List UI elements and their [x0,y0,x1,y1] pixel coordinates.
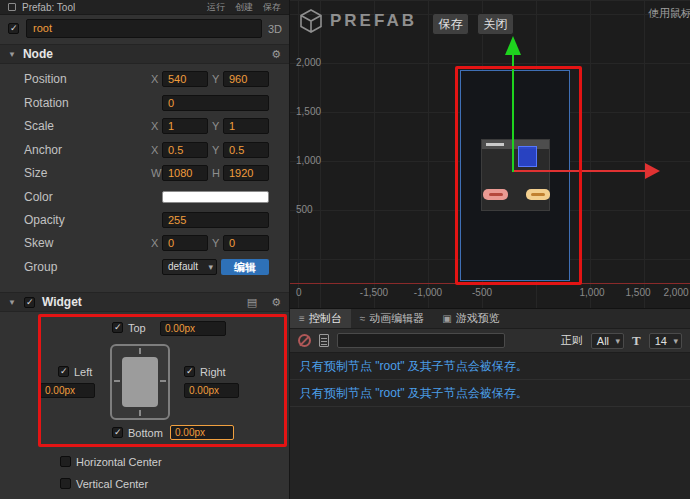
tab-console[interactable]: ≡ 控制台 [290,309,351,328]
widget-top-checkbox[interactable] [112,322,123,333]
console-icon: ≡ [299,313,305,324]
log-filter-select[interactable]: All [591,333,624,349]
x-prefix: X [151,68,158,90]
log-search-input[interactable] [337,333,505,348]
panel-header-menu: 运行 创建 保存 [207,1,281,14]
mouse-hint-text: 使用鼠标 [648,6,690,21]
property-row-skew: Skew X 0 Y 0 [0,232,289,254]
position-label: Position [24,68,67,90]
widget-alignment-diagram[interactable] [110,344,170,420]
collapse-caret-icon[interactable]: ▼ [8,50,16,59]
grid-x-label: -1,500 [360,287,388,298]
prefab-preview-panel [481,139,550,211]
save-button[interactable]: 保存 [432,13,469,35]
x-prefix: X [151,115,158,137]
gear-icon[interactable]: ⚙ [271,48,281,61]
rotation-field[interactable]: 0 [162,95,269,111]
color-label: Color [24,186,53,208]
badge-3d[interactable]: 3D [268,23,282,35]
collapse-caret-icon[interactable]: ▼ [8,298,16,307]
property-row-position: Position X 540 Y 960 [0,68,289,90]
tab-game-preview[interactable]: ▣ 游戏预览 [433,309,508,328]
property-row-opacity: Opacity 255 [0,209,289,231]
console-tab-bar: ≡ 控制台 ≈ 动画编辑器 ▣ 游戏预览 [290,309,690,329]
vertical-center-label: Vertical Center [76,478,148,491]
widget-left-checkbox[interactable] [58,366,69,377]
tab-console-label: 控制台 [309,311,342,326]
gizmo-x-arrowhead-icon[interactable] [645,163,660,179]
tab-preview-label: 游戏预览 [456,311,500,326]
log-entry[interactable]: 只有预制节点 "root" 及其子节点会被保存。 [290,380,690,407]
scene-view[interactable]: 2,000 1,500 1,000 500 0 -1,500 -1,000 -5… [290,0,690,308]
grid-y-label: 1,500 [296,106,321,117]
console-log-list: 只有预制节点 "root" 及其子节点会被保存。 只有预制节点 "root" 及… [290,353,690,499]
preview-button-yellow [526,189,550,200]
close-button[interactable]: 关闭 [477,13,514,35]
skew-label: Skew [24,232,53,254]
header-menu-item-2[interactable]: 创建 [235,1,253,14]
anchor-y-field[interactable]: 0.5 [223,142,269,158]
y-prefix: Y [212,68,219,90]
gizmo-x-axis-arrow[interactable] [514,170,645,172]
group-edit-button[interactable]: 编辑 [221,259,269,275]
property-row-anchor: Anchor X 0.5 Y 0.5 [0,139,289,161]
x-prefix: X [151,232,158,254]
y-prefix: Y [212,115,219,137]
horizontal-center-label: Horizontal Center [76,456,162,469]
preset-icon[interactable]: ▤ [247,296,257,309]
widget-left-field[interactable]: 0.00px [40,383,95,398]
color-swatch[interactable] [162,191,269,203]
gear-icon[interactable]: ⚙ [271,296,281,309]
gizmo-center-handle[interactable] [518,146,537,167]
scale-y-field[interactable]: 1 [223,118,269,134]
opacity-field[interactable]: 255 [162,212,269,228]
font-size-select[interactable]: 14 [649,333,682,349]
position-y-field[interactable]: 960 [223,71,269,87]
scale-x-field[interactable]: 1 [162,118,208,134]
grid-y-label: 2,000 [296,57,321,68]
header-menu-item-3[interactable]: 保存 [263,1,281,14]
widget-bottom-checkbox[interactable] [112,427,123,438]
property-row-scale: Scale X 1 Y 1 [0,115,289,137]
vertical-center-checkbox[interactable] [60,478,71,489]
skew-x-field[interactable]: 0 [162,235,208,251]
gizmo-y-arrowhead-icon[interactable] [505,36,521,55]
widget-section-title: Widget [42,295,82,309]
widget-top-field[interactable]: 0.00px [160,321,226,336]
node-name-input[interactable]: root [26,19,262,38]
node-active-checkbox[interactable] [8,23,19,34]
size-h-field[interactable]: 1920 [223,165,269,181]
property-row-color: Color [0,186,289,208]
group-label: Group [24,256,57,278]
preview-button-pink [483,189,508,200]
inspector-panel: Prefab: Tool 运行 创建 保存 root 3D ▼ Node ⚙ P… [0,0,290,499]
x-prefix: X [151,139,158,161]
widget-bottom-field[interactable]: 0.00px [170,425,234,440]
property-row-group: Group default 编辑 [0,256,289,278]
clear-logs-icon[interactable] [298,334,311,347]
tab-animation-editor[interactable]: ≈ 动画编辑器 [351,309,434,328]
regex-toggle-label[interactable]: 正则 [561,333,583,348]
horizontal-center-checkbox[interactable] [60,456,71,467]
preview-title-bar [482,140,549,149]
size-w-field[interactable]: 1080 [162,165,208,181]
opacity-label: Opacity [24,209,65,231]
collapse-logs-icon[interactable] [319,334,329,347]
skew-y-field[interactable]: 0 [223,235,269,251]
widget-bottom-label: Bottom [128,427,163,440]
log-entry[interactable]: 只有预制节点 "root" 及其子节点会被保存。 [290,353,690,380]
panel-header: Prefab: Tool 运行 创建 保存 [0,0,289,15]
gizmo-y-axis-arrow[interactable] [512,54,514,172]
size-label: Size [24,162,47,184]
property-row-rotation: Rotation 0 [0,92,289,114]
widget-left-label: Left [74,366,92,379]
widget-right-checkbox[interactable] [184,366,195,377]
header-menu-item-1[interactable]: 运行 [207,1,225,14]
widget-enabled-checkbox[interactable] [24,297,35,308]
widget-right-field[interactable]: 0.00px [184,383,239,398]
prefab-editor-window: Prefab: Tool 运行 创建 保存 root 3D ▼ Node ⚙ P… [0,0,690,499]
anchor-x-field[interactable]: 0.5 [162,142,208,158]
x-axis-line [290,283,690,284]
position-x-field[interactable]: 540 [162,71,208,87]
group-select[interactable]: default [162,259,217,275]
